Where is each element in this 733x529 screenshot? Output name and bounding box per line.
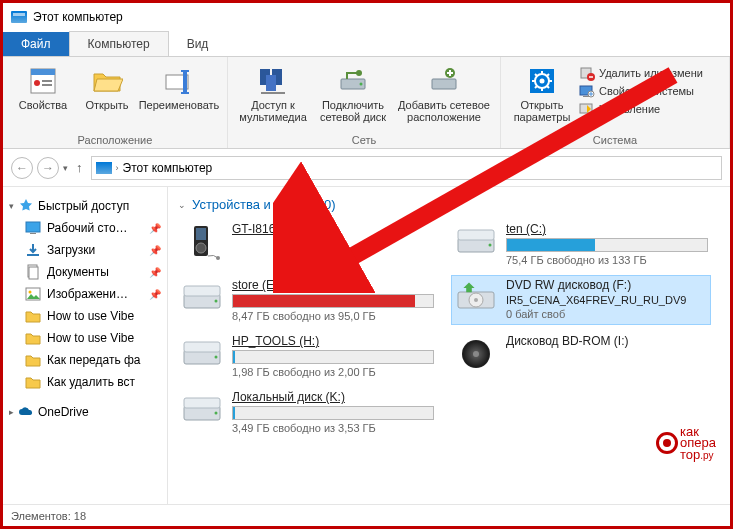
computer-icon (11, 11, 27, 23)
sidebar-item[interactable]: Загрузки📌 (3, 239, 167, 261)
device-subtext: 0 байт своб (506, 308, 708, 320)
folder-icon (25, 308, 41, 324)
map-drive-button[interactable]: Подключить сетевой диск (314, 63, 392, 125)
pin-icon: 📌 (149, 223, 161, 234)
sidebar-item[interactable]: Рабочий сто…📌 (3, 217, 167, 239)
rename-button[interactable]: Переименовать (137, 63, 221, 113)
chevron-down-icon: ▾ (9, 201, 14, 211)
manage-button[interactable]: Управление (579, 101, 703, 117)
device-name: store (E:) (232, 278, 434, 292)
open-button[interactable]: Открыть (79, 63, 135, 113)
tab-file[interactable]: Файл (3, 32, 69, 56)
devices-list: GT-I8160ten (C:)75,4 ГБ свободно из 133 … (178, 220, 720, 436)
desktop-icon (25, 220, 41, 236)
svg-point-46 (215, 356, 218, 359)
computer-icon (96, 162, 112, 174)
device-item[interactable]: ten (C:)75,4 ГБ свободно из 133 ГБ (452, 220, 710, 268)
device-name: HP_TOOLS (H:) (232, 334, 434, 348)
nav-back-button[interactable]: ← (11, 157, 33, 179)
svg-rect-51 (184, 398, 220, 408)
svg-point-52 (215, 412, 218, 415)
device-item[interactable]: Дисковод BD-ROM (I:) (452, 332, 710, 380)
folder-icon (25, 374, 41, 390)
ribbon-group-network: Доступ к мультимедиа Подключить сетевой … (228, 57, 501, 148)
device-subtext: 1,98 ГБ свободно из 2,00 ГБ (232, 366, 434, 378)
sidebar-item[interactable]: Как удалить вст (3, 371, 167, 393)
device-item[interactable]: HP_TOOLS (H:)1,98 ГБ свободно из 2,00 ГБ (178, 332, 436, 380)
device-name: Дисковод BD-ROM (I:) (506, 334, 708, 348)
device-item[interactable]: Локальный диск (K:)3,49 ГБ свободно из 3… (178, 388, 436, 436)
uninstall-programs-button[interactable]: Удалить или измени (579, 65, 703, 81)
svg-rect-36 (458, 230, 494, 240)
pin-icon: 📌 (149, 267, 161, 278)
device-item[interactable]: GT-I8160 (178, 220, 436, 268)
svg-rect-21 (583, 96, 589, 97)
svg-point-11 (360, 83, 363, 86)
sidebar-item[interactable]: Как передать фа (3, 349, 167, 371)
svg-rect-28 (29, 267, 38, 279)
system-properties-button[interactable]: Свойства системы (579, 83, 703, 99)
device-subtext: 8,47 ГБ свободно из 95,0 ГБ (232, 310, 434, 322)
media-access-button[interactable]: Доступ к мультимедиа (234, 63, 312, 125)
quick-access-header[interactable]: ▾ Быстрый доступ (3, 195, 167, 217)
device-name: DVD RW дисковод (F:) (506, 278, 708, 292)
svg-point-37 (489, 244, 492, 247)
tab-computer[interactable]: Компьютер (69, 31, 169, 56)
nav-forward-button[interactable]: → (37, 157, 59, 179)
folder-icon (25, 330, 41, 346)
system-properties-icon (579, 83, 595, 99)
pin-icon: 📌 (149, 245, 161, 256)
properties-icon (27, 65, 59, 97)
svg-rect-13 (432, 79, 456, 89)
ribbon-group-location: Свойства Открыть Переименовать Расположе… (3, 57, 228, 148)
open-settings-button[interactable]: Открыть параметры (507, 63, 577, 125)
ribbon-tabs: Файл Компьютер Вид (3, 31, 730, 57)
sidebar-item[interactable]: How to use Vibe (3, 327, 167, 349)
nav-bar: ← → ▾ ↑ › Этот компьютер (3, 149, 730, 187)
svg-rect-6 (183, 71, 187, 93)
item-count: Элементов: 18 (11, 510, 86, 522)
chevron-right-icon: ▸ (9, 407, 14, 417)
nav-history-dropdown[interactable]: ▾ (63, 163, 68, 173)
address-bar[interactable]: › Этот компьютер (91, 156, 723, 180)
device-name: GT-I8160 (232, 222, 434, 236)
ribbon-group-system: Открыть параметры Удалить или измени Сво… (501, 57, 730, 148)
usage-bar (232, 294, 434, 308)
device-subtext: 3,49 ГБ свободно из 3,53 ГБ (232, 422, 434, 434)
svg-rect-24 (26, 222, 40, 232)
devices-section-header[interactable]: ⌄ Устройства и диски (10) (178, 193, 720, 220)
device-icon (180, 390, 224, 430)
svg-rect-9 (266, 75, 276, 91)
svg-rect-25 (30, 233, 36, 234)
sidebar-item[interactable]: Изображени…📌 (3, 283, 167, 305)
device-icon (454, 334, 498, 374)
device-icon (180, 334, 224, 374)
address-text: Этот компьютер (123, 161, 213, 175)
watermark-icon (656, 432, 678, 454)
device-item[interactable]: store (E:)8,47 ГБ свободно из 95,0 ГБ (178, 276, 436, 324)
documents-icon (25, 264, 41, 280)
usage-bar (232, 350, 434, 364)
downloads-icon (25, 242, 41, 258)
status-bar: Элементов: 18 (3, 504, 730, 526)
onedrive-header[interactable]: ▸ OneDrive (3, 401, 167, 423)
sidebar-item[interactable]: Документы📌 (3, 261, 167, 283)
svg-point-49 (473, 351, 479, 357)
chevron-down-icon: ⌄ (178, 200, 186, 210)
device-item[interactable]: DVD RW дисковод (F:)IR5_CENA_X64FREV_RU_… (452, 276, 710, 324)
pictures-icon (25, 286, 41, 302)
onedrive-icon (18, 404, 34, 420)
add-network-button[interactable]: Добавить сетевое расположение (394, 63, 494, 125)
svg-rect-3 (42, 80, 52, 82)
pin-icon: 📌 (149, 289, 161, 300)
tab-view[interactable]: Вид (169, 32, 227, 56)
device-icon (454, 278, 498, 318)
map-drive-icon (337, 65, 369, 97)
svg-point-34 (216, 256, 220, 260)
device-icon (454, 222, 498, 262)
svg-point-17 (540, 79, 545, 84)
watermark: как оператор (656, 426, 716, 460)
sidebar-item[interactable]: How to use Vibe (3, 305, 167, 327)
nav-up-button[interactable]: ↑ (72, 160, 87, 175)
properties-button[interactable]: Свойства (9, 63, 77, 113)
